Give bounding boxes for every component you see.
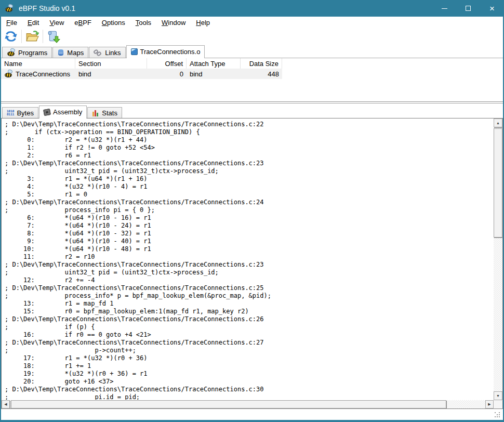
open-folder-icon xyxy=(25,30,39,43)
scroll-down-icon[interactable]: ▼ xyxy=(494,391,502,400)
menu-bar: FileEditVieweBPFOptionsToolsWindowHelp xyxy=(1,17,503,28)
app-window: eBPF Studio v0.1 × FileEditVieweBPFOptio… xyxy=(0,0,504,422)
assembly-line: 3: r1 = *(u64 *)(r1 + 16) xyxy=(5,175,493,183)
menu-options[interactable]: Options xyxy=(97,17,130,28)
tab-links[interactable]: Links xyxy=(89,47,125,58)
scroll-right-icon[interactable]: ▶ xyxy=(485,400,494,408)
tab-label: TraceConnections.o xyxy=(140,48,201,56)
assembly-line: ; process_info* p = bpf_map_lookup_elem(… xyxy=(5,292,493,300)
tab-stats[interactable]: Stats xyxy=(87,107,122,118)
vertical-scrollbar-thumb[interactable] xyxy=(494,128,502,238)
assembly-line: ; D:\Dev\Temp\TraceConnections\TraceConn… xyxy=(5,121,493,128)
tab-label: Programs xyxy=(18,49,47,57)
tab-programs[interactable]: Programs xyxy=(2,47,52,58)
splitter-line[interactable] xyxy=(0,101,504,102)
tab-maps[interactable]: Maps xyxy=(52,47,88,58)
assembly-line: ; D:\Dev\Temp\TraceConnections\TraceConn… xyxy=(5,261,493,269)
title-bar[interactable]: eBPF Studio v0.1 × xyxy=(0,0,504,17)
menu-view[interactable]: View xyxy=(44,17,69,28)
assembly-line: 17: r1 = *(u32 *)(r0 + 36) xyxy=(5,354,493,362)
status-bar xyxy=(1,409,503,420)
close-icon: × xyxy=(489,4,495,13)
column-header-data-size[interactable]: Data Size xyxy=(241,58,282,69)
assembly-line: 4: *(u32 *)(r10 - 4) = r1 xyxy=(5,183,493,191)
tab-label: Stats xyxy=(102,109,117,117)
toolbar-separator xyxy=(21,30,22,43)
tab-label: Maps xyxy=(67,49,84,57)
assembly-line: ; process_info pi = { 0 }; xyxy=(5,206,493,214)
assembly-line: ; uint32_t pid = (uint32_t)ctx->process_… xyxy=(5,269,493,276)
vertical-scrollbar[interactable]: ▲ ▼ xyxy=(494,118,502,400)
toolbar xyxy=(1,28,503,45)
maximize-button[interactable] xyxy=(456,0,480,17)
program-attach-type: bind xyxy=(187,69,241,79)
menu-edit[interactable]: Edit xyxy=(22,17,44,28)
tab-assembly[interactable]: Assembly xyxy=(39,106,87,118)
assembly-line: 7: *(u64 *)(r10 - 24) = r1 xyxy=(5,222,493,230)
assembly-line: 12: r2 += -4 xyxy=(5,276,493,284)
assembly-line: 19: *(u32 *)(r0 + 36) = r1 xyxy=(5,370,493,378)
assembly-line: 8: *(u64 *)(r10 - 32) = r1 xyxy=(5,230,493,238)
column-header-attach-type[interactable]: Attach Type xyxy=(187,58,241,69)
assembly-line: ; pi.id = pid; xyxy=(5,393,493,400)
horizontal-scrollbar-thumb[interactable] xyxy=(11,400,446,408)
binary-icon xyxy=(7,110,14,116)
assembly-line: 10: *(u64 *)(r10 - 48) = r1 xyxy=(5,245,493,253)
toolbar-separator xyxy=(43,30,43,43)
close-button[interactable]: × xyxy=(480,0,504,17)
assembly-line: 13: r1 = map_fd 1 xyxy=(5,300,493,308)
horizontal-scrollbar[interactable]: ◀ ▶ xyxy=(2,400,494,408)
tab-traceconnections-o[interactable]: TraceConnections.o xyxy=(126,45,205,58)
db-icon xyxy=(57,49,64,56)
bee-icon xyxy=(4,70,13,78)
load-program-button[interactable] xyxy=(46,29,61,44)
assembly-line: 0: r2 = *(u32 *)(r1 + 44) xyxy=(5,136,493,144)
assembly-line: 5: r1 = 0 xyxy=(5,191,493,199)
TraceConnections[interactable]: TraceConnections bind 0 bind 448 xyxy=(1,69,282,79)
column-header-offset[interactable]: Offset xyxy=(147,58,187,69)
assembly-pane: ; D:\Dev\Temp\TraceConnections\TraceConn… xyxy=(1,118,503,409)
detail-tabstrip: Bytes Assembly Stats xyxy=(1,104,503,118)
assembly-line: ; D:\Dev\Temp\TraceConnections\TraceConn… xyxy=(5,315,493,323)
app-bee-icon xyxy=(5,4,14,12)
assembly-view[interactable]: ; D:\Dev\Temp\TraceConnections\TraceConn… xyxy=(2,119,493,400)
maximize-icon xyxy=(466,6,471,11)
document-tabstrip: Programs Maps Links TraceConnections.o xyxy=(1,46,503,58)
assembly-line: 16: if r0 == 0 goto +4 <21> xyxy=(5,331,493,339)
open-file-button[interactable] xyxy=(24,29,40,44)
resize-grip[interactable] xyxy=(495,412,501,418)
program-table: TraceConnections bind 0 bind 448 xyxy=(1,69,282,79)
program-table-header: Name Section Offset Attach Type Data Siz… xyxy=(1,58,503,69)
menu-ebpf[interactable]: eBPF xyxy=(69,17,97,28)
assembly-line: 2: r6 = r1 xyxy=(5,152,493,160)
column-header-name[interactable]: Name xyxy=(1,58,75,69)
link-icon xyxy=(94,49,102,57)
tab-label: Links xyxy=(105,49,121,57)
window-border xyxy=(0,17,1,422)
assembly-line: ; D:\Dev\Temp\TraceConnections\TraceConn… xyxy=(5,339,493,347)
minimize-button[interactable] xyxy=(432,0,456,17)
assembly-line: 9: *(u64 *)(r10 - 40) = r1 xyxy=(5,238,493,245)
load-program-icon xyxy=(47,30,60,43)
menu-window[interactable]: Window xyxy=(156,17,191,28)
tab-bytes[interactable]: Bytes xyxy=(2,107,38,118)
minimize-icon xyxy=(442,8,447,9)
refresh-button[interactable] xyxy=(3,29,19,44)
splitter-line[interactable] xyxy=(0,103,504,103)
assembly-line: ; if (ctx->operation == BIND_OPERATION_B… xyxy=(5,128,493,136)
menu-tools[interactable]: Tools xyxy=(130,17,156,28)
window-title: eBPF Studio v0.1 xyxy=(19,4,75,12)
assembly-line: 15: r0 = bpf_map_lookup_elem:1(map_fd r1… xyxy=(5,308,493,315)
assembly-line: 11: r2 = r10 xyxy=(5,253,493,261)
menu-file[interactable]: File xyxy=(1,17,22,28)
column-header-section[interactable]: Section xyxy=(75,58,147,69)
assembly-line: ; p->count++; xyxy=(5,347,493,354)
menu-help[interactable]: Help xyxy=(191,17,215,28)
window-border xyxy=(0,420,504,422)
scroll-left-icon[interactable]: ◀ xyxy=(2,400,10,408)
assembly-line: ; if (p) { xyxy=(5,323,493,331)
assembly-line: 1: if r2 != 0 goto +52 <54> xyxy=(5,144,493,152)
program-name: TraceConnections xyxy=(16,70,70,78)
scroll-up-icon[interactable]: ▲ xyxy=(494,118,502,127)
cube-icon xyxy=(131,48,138,55)
